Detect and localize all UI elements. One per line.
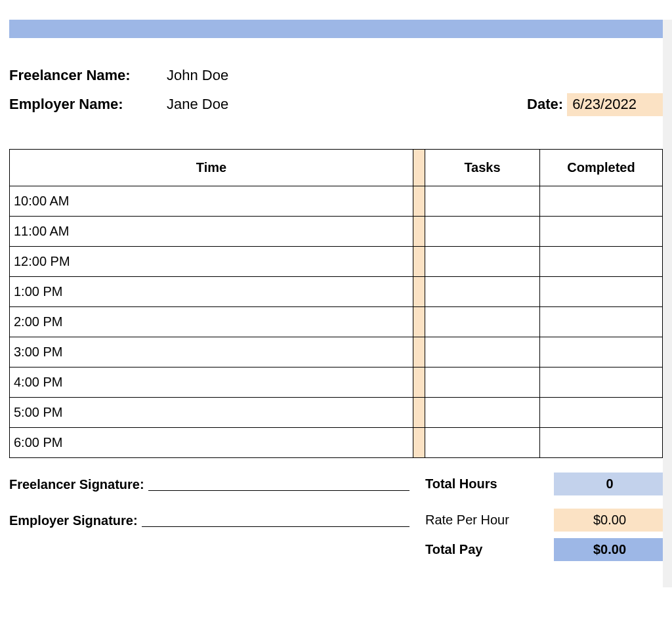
table-row: 4:00 PM	[10, 367, 663, 397]
date-label: Date:	[527, 96, 563, 113]
col-header-completed: Completed	[540, 149, 663, 186]
total-hours-label: Total Hours	[423, 476, 554, 492]
tasks-cell[interactable]	[425, 397, 540, 427]
freelancer-name-value[interactable]: John Doe	[167, 67, 228, 84]
tasks-cell[interactable]	[425, 276, 540, 306]
time-cell[interactable]: 3:00 PM	[10, 337, 413, 367]
scrollbar-track[interactable]	[663, 20, 672, 587]
table-row: 11:00 AM	[10, 216, 663, 246]
employer-signature-line[interactable]	[142, 512, 410, 527]
table-row: 1:00 PM	[10, 276, 663, 306]
completed-cell[interactable]	[540, 186, 663, 216]
completed-cell[interactable]	[540, 397, 663, 427]
info-block: Freelancer Name: John Doe Employer Name:…	[9, 67, 663, 116]
tasks-cell[interactable]	[425, 367, 540, 397]
table-row: 6:00 PM	[10, 427, 663, 457]
col-separator	[413, 149, 425, 186]
time-cell[interactable]: 2:00 PM	[10, 306, 413, 337]
header-accent-bar	[9, 20, 663, 38]
employer-signature-label: Employer Signature:	[9, 513, 138, 528]
row-separator	[413, 427, 425, 457]
completed-cell[interactable]	[540, 246, 663, 276]
freelancer-signature-cell: Freelancer Signature:	[9, 476, 423, 492]
completed-cell[interactable]	[540, 367, 663, 397]
row-separator	[413, 276, 425, 306]
total-hours-value[interactable]: 0	[554, 472, 665, 495]
total-pay-value[interactable]: $0.00	[554, 538, 665, 561]
timesheet-table: Time Tasks Completed 10:00 AM 11:00 AM 1…	[9, 149, 663, 458]
row-separator	[413, 306, 425, 337]
timesheet-page: Freelancer Name: John Doe Employer Name:…	[0, 20, 672, 587]
date-group: Date: 6/23/2022	[527, 93, 663, 116]
freelancer-name-label: Freelancer Name:	[9, 67, 167, 84]
completed-cell[interactable]	[540, 216, 663, 246]
tasks-cell[interactable]	[425, 216, 540, 246]
table-body: 10:00 AM 11:00 AM 12:00 PM 1:00 PM	[10, 186, 663, 457]
employer-name-label: Employer Name:	[9, 96, 167, 113]
employer-signature-cell: Employer Signature:	[9, 512, 423, 528]
tasks-cell[interactable]	[425, 246, 540, 276]
bottom-summary: Freelancer Signature: Total Hours 0 Empl…	[9, 472, 663, 561]
col-header-tasks: Tasks	[425, 149, 540, 186]
row-separator	[413, 337, 425, 367]
time-cell[interactable]: 10:00 AM	[10, 186, 413, 216]
completed-cell[interactable]	[540, 427, 663, 457]
row-separator	[413, 216, 425, 246]
table-row: 10:00 AM	[10, 186, 663, 216]
time-cell[interactable]: 12:00 PM	[10, 246, 413, 276]
tasks-cell[interactable]	[425, 337, 540, 367]
completed-cell[interactable]	[540, 337, 663, 367]
date-value[interactable]: 6/23/2022	[567, 93, 663, 116]
time-cell[interactable]: 4:00 PM	[10, 367, 413, 397]
tasks-cell[interactable]	[425, 186, 540, 216]
time-cell[interactable]: 6:00 PM	[10, 427, 413, 457]
rate-per-hour-value[interactable]: $0.00	[554, 509, 665, 532]
table-row: 12:00 PM	[10, 246, 663, 276]
freelancer-signature-label: Freelancer Signature:	[9, 477, 144, 492]
row-separator	[413, 186, 425, 216]
freelancer-signature-line[interactable]	[148, 476, 410, 491]
table-row: 3:00 PM	[10, 337, 663, 367]
row-separator	[413, 246, 425, 276]
table-row: 5:00 PM	[10, 397, 663, 427]
time-cell[interactable]: 11:00 AM	[10, 216, 413, 246]
time-cell[interactable]: 1:00 PM	[10, 276, 413, 306]
tasks-cell[interactable]	[425, 427, 540, 457]
row-separator	[413, 397, 425, 427]
row-separator	[413, 367, 425, 397]
rate-per-hour-label: Rate Per Hour	[423, 513, 554, 528]
freelancer-row: Freelancer Name: John Doe	[9, 67, 663, 84]
completed-cell[interactable]	[540, 306, 663, 337]
tasks-cell[interactable]	[425, 306, 540, 337]
total-pay-label: Total Pay	[423, 542, 554, 557]
table-row: 2:00 PM	[10, 306, 663, 337]
table-header-row: Time Tasks Completed	[10, 149, 663, 186]
employer-row: Employer Name: Jane Doe Date: 6/23/2022	[9, 93, 663, 116]
col-header-time: Time	[10, 149, 413, 186]
time-cell[interactable]: 5:00 PM	[10, 397, 413, 427]
employer-name-value[interactable]: Jane Doe	[167, 96, 228, 113]
completed-cell[interactable]	[540, 276, 663, 306]
